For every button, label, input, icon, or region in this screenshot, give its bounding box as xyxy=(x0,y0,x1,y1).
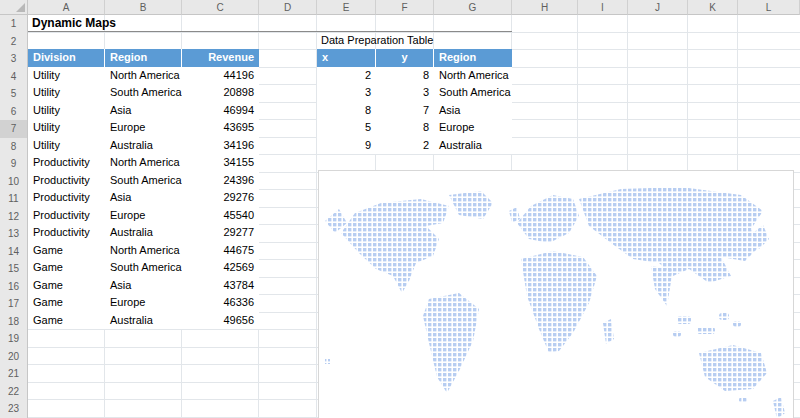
row-header-23[interactable]: 23 xyxy=(0,400,28,418)
row-header-7[interactable]: 7 xyxy=(0,120,28,139)
cell[interactable]: 3 xyxy=(376,84,434,102)
row-header-5[interactable]: 5 xyxy=(0,85,28,104)
row-header-3[interactable]: 3 xyxy=(0,50,28,69)
cell[interactable]: Asia xyxy=(105,102,182,120)
column-header-C[interactable]: C xyxy=(182,0,259,15)
row-header-6[interactable]: 6 xyxy=(0,103,28,122)
cell[interactable]: 3 xyxy=(317,84,376,102)
cell[interactable]: 34196 xyxy=(182,137,259,155)
cell[interactable]: 20898 xyxy=(182,84,259,102)
cell[interactable]: 44675 xyxy=(182,242,259,260)
cell[interactable]: Europe xyxy=(105,119,182,137)
cell[interactable]: 8 xyxy=(376,67,434,85)
column-header-G[interactable]: G xyxy=(434,0,512,15)
cell[interactable]: Europe xyxy=(105,207,182,225)
row-header-8[interactable]: 8 xyxy=(0,138,28,157)
row-header-18[interactable]: 18 xyxy=(0,313,28,332)
cell[interactable]: North America xyxy=(434,67,512,85)
cell[interactable]: 8 xyxy=(376,119,434,137)
column-header-J[interactable]: J xyxy=(628,0,688,15)
column-header-I[interactable]: I xyxy=(578,0,628,15)
row-header-12[interactable]: 12 xyxy=(0,208,28,227)
cell[interactable]: Asia xyxy=(105,189,182,207)
cell[interactable]: North America xyxy=(105,67,182,85)
cell[interactable]: 45540 xyxy=(182,207,259,225)
row-header-4[interactable]: 4 xyxy=(0,68,28,87)
row-header-19[interactable]: 19 xyxy=(0,330,28,349)
cell[interactable]: 2 xyxy=(317,67,376,85)
cell[interactable]: 5 xyxy=(317,119,376,137)
column-header-K[interactable]: K xyxy=(688,0,738,15)
cell[interactable]: Asia xyxy=(434,102,512,120)
cell[interactable]: North America xyxy=(105,242,182,260)
row-header-11[interactable]: 11 xyxy=(0,190,28,209)
row-header-15[interactable]: 15 xyxy=(0,260,28,279)
row-header-16[interactable]: 16 xyxy=(0,278,28,297)
cell[interactable]: South America xyxy=(434,84,512,102)
select-all-corner[interactable] xyxy=(0,0,28,15)
row-header-22[interactable]: 22 xyxy=(0,383,28,402)
column-header-B[interactable]: B xyxy=(105,0,182,15)
cell[interactable]: Productivity xyxy=(28,189,105,207)
cell[interactable]: 2 xyxy=(376,137,434,155)
column-header-E[interactable]: E xyxy=(317,0,376,15)
column-header-A[interactable]: A xyxy=(28,0,105,15)
header-cell-y[interactable]: y xyxy=(376,49,434,67)
cell[interactable]: South America xyxy=(105,259,182,277)
header-cell-x[interactable]: x xyxy=(317,49,376,67)
cell[interactable]: Utility xyxy=(28,119,105,137)
cell[interactable]: Productivity xyxy=(28,172,105,190)
cell[interactable]: Productivity xyxy=(28,224,105,242)
cell[interactable]: 29276 xyxy=(182,189,259,207)
cell[interactable]: Game xyxy=(28,294,105,312)
column-header-F[interactable]: F xyxy=(376,0,434,15)
row-header-14[interactable]: 14 xyxy=(0,243,28,262)
cell[interactable]: Game xyxy=(28,312,105,330)
cell[interactable]: Productivity xyxy=(28,207,105,225)
cell[interactable]: 46994 xyxy=(182,102,259,120)
cell[interactable]: 43784 xyxy=(182,277,259,295)
header-cell-region[interactable]: Region xyxy=(105,49,182,67)
column-header-H[interactable]: H xyxy=(512,0,578,15)
cell[interactable]: 29277 xyxy=(182,224,259,242)
row-header-17[interactable]: 17 xyxy=(0,295,28,314)
cell[interactable]: Asia xyxy=(105,277,182,295)
cell[interactable]: 46336 xyxy=(182,294,259,312)
row-header-2[interactable]: 2 xyxy=(0,33,28,52)
cell[interactable]: Australia xyxy=(105,137,182,155)
header-cell-region[interactable]: Region xyxy=(434,49,512,67)
cell[interactable]: Game xyxy=(28,242,105,260)
cell[interactable]: 34155 xyxy=(182,154,259,172)
row-header-20[interactable]: 20 xyxy=(0,348,28,367)
row-header-9[interactable]: 9 xyxy=(0,155,28,174)
row-header-21[interactable]: 21 xyxy=(0,365,28,384)
cell[interactable]: Game xyxy=(28,259,105,277)
cell[interactable]: 43695 xyxy=(182,119,259,137)
cell[interactable]: Productivity xyxy=(28,154,105,172)
cell[interactable]: 44196 xyxy=(182,67,259,85)
cell[interactable]: Australia xyxy=(105,224,182,242)
row-header-10[interactable]: 10 xyxy=(0,173,28,192)
header-cell-revenue[interactable]: Revenue xyxy=(182,49,259,67)
cell[interactable]: Europe xyxy=(105,294,182,312)
map-chart[interactable] xyxy=(318,170,794,418)
cell[interactable]: 8 xyxy=(317,102,376,120)
cell[interactable]: Australia xyxy=(434,137,512,155)
cell[interactable]: Utility xyxy=(28,102,105,120)
cell[interactable]: Europe xyxy=(434,119,512,137)
cell[interactable]: South America xyxy=(105,172,182,190)
cell[interactable]: Australia xyxy=(105,312,182,330)
cell[interactable]: 9 xyxy=(317,137,376,155)
cell[interactable]: South America xyxy=(105,84,182,102)
cell[interactable]: Utility xyxy=(28,84,105,102)
cell[interactable]: Utility xyxy=(28,67,105,85)
cell[interactable]: North America xyxy=(105,154,182,172)
header-cell-division[interactable]: Division xyxy=(28,49,105,67)
cell[interactable]: 49656 xyxy=(182,312,259,330)
column-header-D[interactable]: D xyxy=(259,0,317,15)
cell[interactable]: 42569 xyxy=(182,259,259,277)
column-header-L[interactable]: L xyxy=(738,0,800,15)
row-header-1[interactable]: 1 xyxy=(0,15,28,34)
cell[interactable]: 7 xyxy=(376,102,434,120)
row-header-13[interactable]: 13 xyxy=(0,225,28,244)
